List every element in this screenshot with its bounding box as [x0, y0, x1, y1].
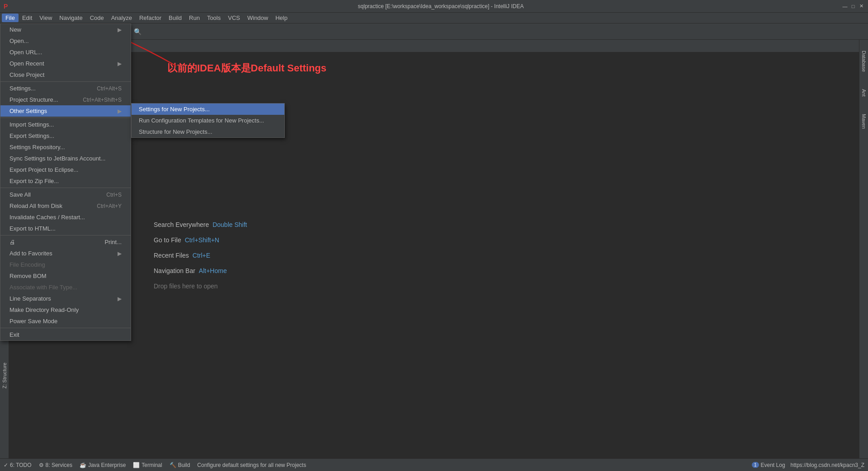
menu-item-export-eclipse[interactable]: Export Project to Eclipse... [0, 164, 131, 175]
new-label: New [9, 26, 21, 33]
settings-shortcut: Ctrl+Alt+S [97, 85, 122, 92]
status-todo[interactable]: ✓ 6: TODO [4, 462, 32, 468]
menu-item-new[interactable]: New ▶ [0, 24, 131, 35]
open-url-label: Open URL... [9, 49, 42, 56]
menu-item-other-settings[interactable]: Other Settings ▶ [0, 105, 131, 117]
menu-item-make-dir-readonly[interactable]: Make Directory Read-Only [0, 304, 131, 316]
build-label: Build [178, 462, 190, 468]
file-dropdown-menu: New ▶ Open... Open URL... Open Recent ▶ … [0, 24, 131, 341]
status-bar-right: 1 Event Log https://blog.csdn.net/kpacn3… [752, 462, 864, 468]
menu-vcs[interactable]: VCS [224, 14, 244, 22]
settings-repo-label: Settings Repository... [9, 144, 65, 151]
java-enterprise-icon: ☕ [80, 462, 86, 468]
menu-item-invalidate[interactable]: Invalidate Caches / Restart... [0, 212, 131, 223]
menu-item-file-encoding: File Encoding [0, 259, 131, 270]
services-label: 8: Services [46, 462, 72, 468]
add-favorites-label: Add to Favorites [9, 250, 52, 257]
submenu-settings-new-projects[interactable]: Settings for New Projects... [132, 104, 284, 115]
file-encoding-label: File Encoding [9, 261, 45, 268]
save-all-label: Save All [9, 191, 31, 198]
menu-help[interactable]: Help [272, 14, 291, 22]
menu-item-open[interactable]: Open... [0, 35, 131, 47]
status-services[interactable]: ⚙ 8: Services [39, 462, 72, 468]
structure-new-projects-label: Structure for New Projects... [139, 128, 212, 135]
sync-settings-label: Sync Settings to JetBrains Account... [9, 155, 105, 162]
minimize-button[interactable]: — [842, 3, 848, 9]
export-settings-label: Export Settings... [9, 132, 54, 139]
export-html-label: Export to HTML... [9, 225, 56, 232]
menu-item-import-settings[interactable]: Import Settings... [0, 119, 131, 130]
todo-icon: ✓ [4, 462, 8, 468]
menu-item-close-project[interactable]: Close Project [0, 69, 131, 80]
exit-label: Exit [9, 331, 19, 338]
menu-item-export-html[interactable]: Export to HTML... [0, 223, 131, 234]
export-zip-label: Export to Zip File... [9, 178, 59, 184]
add-favorites-arrow: ▶ [118, 250, 122, 257]
app-logo: P [4, 3, 8, 10]
menu-build[interactable]: Build [165, 14, 185, 22]
import-settings-label: Import Settings... [9, 121, 54, 128]
menu-view[interactable]: View [36, 14, 56, 22]
other-settings-submenu: Settings for New Projects... Run Configu… [131, 103, 285, 138]
remove-bom-label: Remove BOM [9, 273, 47, 279]
menu-navigate[interactable]: Navigate [56, 14, 86, 22]
menu-item-project-structure[interactable]: Project Structure... Ctrl+Alt+Shift+S [0, 94, 131, 105]
menu-code[interactable]: Code [86, 14, 108, 22]
services-icon: ⚙ [39, 462, 44, 468]
event-log-label: Event Log [761, 462, 785, 468]
menu-item-sync-settings[interactable]: Sync Settings to JetBrains Account... [0, 153, 131, 164]
tool-database[interactable]: Database [860, 49, 868, 74]
menu-file[interactable]: File [2, 14, 19, 22]
menu-refactor[interactable]: Refactor [136, 14, 165, 22]
menu-item-export-settings[interactable]: Export Settings... [0, 130, 131, 141]
status-url[interactable]: https://blog.csdn.net/kpacn3_Z [791, 462, 864, 468]
status-event-log[interactable]: 1 Event Log [752, 462, 785, 468]
menu-analyze[interactable]: Analyze [108, 14, 136, 22]
menu-item-settings[interactable]: Settings... Ctrl+Alt+S [0, 83, 131, 94]
menu-item-remove-bom[interactable]: Remove BOM [0, 270, 131, 282]
menu-item-open-url[interactable]: Open URL... [0, 47, 131, 58]
menu-item-print[interactable]: 🖨 Print... [0, 236, 131, 248]
menu-item-export-zip[interactable]: Export to Zip File... [0, 175, 131, 187]
status-bar: ✓ 6: TODO ⚙ 8: Services ☕ Java Enterpris… [0, 458, 868, 471]
menu-item-open-recent[interactable]: Open Recent ▶ [0, 58, 131, 69]
menu-item-line-separators[interactable]: Line Separators ▶ [0, 293, 131, 304]
status-terminal[interactable]: ⬜ Terminal [133, 462, 162, 468]
menu-item-add-favorites[interactable]: Add to Favorites ▶ [0, 248, 131, 259]
status-build[interactable]: 🔨 Build [170, 462, 190, 468]
status-main-text: Configure default settings for all new P… [197, 462, 306, 468]
close-project-label: Close Project [9, 71, 44, 78]
menu-window[interactable]: Window [244, 14, 272, 22]
menu-tools[interactable]: Tools [203, 14, 224, 22]
sep1 [0, 81, 131, 82]
export-eclipse-label: Export Project to Eclipse... [9, 166, 78, 173]
menu-item-associate-file-type: Associate with File Type... [0, 282, 131, 293]
menu-edit[interactable]: Edit [19, 14, 36, 22]
title-bar-controls: — □ ✕ [842, 3, 864, 9]
submenu-structure-new-projects[interactable]: Structure for New Projects... [132, 126, 284, 137]
settings-label: Settings... [9, 85, 36, 92]
project-structure-shortcut: Ctrl+Alt+Shift+S [83, 97, 122, 103]
tool-ant[interactable]: Ant [860, 87, 868, 99]
submenu-run-config-templates[interactable]: Run Configuration Templates for New Proj… [132, 115, 284, 126]
event-log-badge: 1 [752, 462, 759, 468]
menu-item-reload[interactable]: Reload All from Disk Ctrl+Alt+Y [0, 200, 131, 212]
menu-item-settings-repository[interactable]: Settings Repository... [0, 141, 131, 153]
sep2 [0, 118, 131, 118]
open-recent-arrow: ▶ [118, 61, 122, 67]
tool-maven[interactable]: Maven [860, 112, 868, 131]
menu-item-power-save[interactable]: Power Save Mode [0, 316, 131, 327]
other-settings-label: Other Settings [9, 108, 47, 114]
title-bar: P sqlpractice [E:\workspace\Idea_workspa… [0, 0, 868, 13]
menu-item-exit[interactable]: Exit [0, 329, 131, 340]
tool-structure[interactable]: Z: Structure [1, 361, 8, 390]
menu-item-save-all[interactable]: Save All Ctrl+S [0, 189, 131, 200]
java-enterprise-label: Java Enterprise [88, 462, 126, 468]
project-structure-label: Project Structure... [9, 96, 58, 103]
close-button[interactable]: ✕ [858, 3, 864, 9]
maximize-button[interactable]: □ [850, 3, 856, 9]
menu-run[interactable]: Run [185, 14, 203, 22]
menu-bar: File Edit View Navigate Code Analyze Ref… [0, 13, 868, 24]
right-sidebar: Database Ant Maven [859, 40, 868, 458]
status-java-enterprise[interactable]: ☕ Java Enterprise [80, 462, 126, 468]
